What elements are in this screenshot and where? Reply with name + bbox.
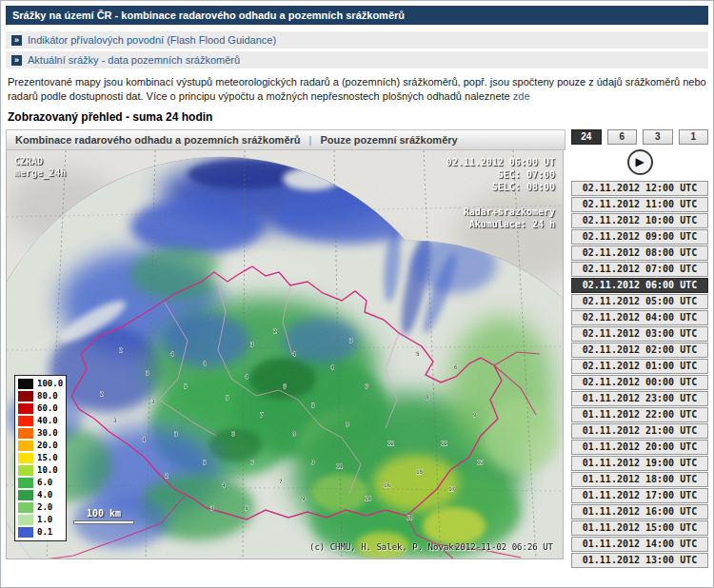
legend-row: 6.0 bbox=[18, 477, 63, 489]
map-selc-time: SELC: 08:00 bbox=[446, 181, 555, 193]
timestamp-item[interactable]: 01.11.2012 15:00 UTC bbox=[571, 520, 708, 536]
legend-row: 20.0 bbox=[18, 440, 63, 452]
legend-swatch bbox=[18, 527, 33, 538]
scale-bar-label: 100 km bbox=[73, 508, 134, 519]
legend-swatch bbox=[18, 441, 33, 451]
link-current-precipitation[interactable]: » Aktuální srážky - data pozemních srážk… bbox=[6, 51, 708, 69]
map-tabs: Kombinace radarového odhadu a pozemních … bbox=[6, 129, 565, 150]
timestamp-item[interactable]: 01.11.2012 19:00 UTC bbox=[571, 456, 708, 471]
timestamp-item[interactable]: 02.11.2012 09:00 UTC bbox=[571, 229, 708, 245]
legend-row: 100.0 bbox=[18, 378, 63, 390]
timestamp-item[interactable]: 01.11.2012 16:00 UTC bbox=[571, 504, 708, 519]
timestamp-item[interactable]: 01.11.2012 22:00 UTC bbox=[571, 407, 708, 422]
legend-row: 1.0 bbox=[18, 514, 63, 526]
interval-button-24[interactable]: 24 bbox=[571, 129, 602, 145]
timestamp-item[interactable]: 02.11.2012 00:00 UTC bbox=[571, 375, 708, 390]
legend-swatch bbox=[18, 453, 33, 463]
legend-value: 30.0 bbox=[37, 428, 58, 438]
legend-row: 15.0 bbox=[18, 452, 63, 464]
timestamp-item[interactable]: 02.11.2012 02:00 UTC bbox=[571, 343, 708, 358]
timestamp-item[interactable]: 01.11.2012 17:00 UTC bbox=[571, 488, 708, 503]
interval-button-6[interactable]: 6 bbox=[607, 129, 638, 145]
legend-row: 40.0 bbox=[18, 415, 63, 427]
interval-buttons: 24631 bbox=[571, 129, 708, 145]
legend-row: 60.0 bbox=[18, 402, 63, 415]
legend-swatch bbox=[18, 502, 33, 513]
tab-gauges-only[interactable]: Pouze pozemní srážkoměry bbox=[320, 134, 457, 146]
legend-swatch bbox=[18, 478, 33, 488]
legend-swatch bbox=[18, 428, 33, 439]
product-label: CZRAD merge_24h bbox=[14, 156, 66, 179]
map-datetime-block: 02.11.2012 06:00 UT SEC: 07:00 SELC: 08:… bbox=[446, 156, 555, 230]
link-flash-flood-guidance[interactable]: » Indikátor přívalových povodní (Flash F… bbox=[6, 31, 708, 49]
timestamp-item[interactable]: 02.11.2012 05:00 UTC bbox=[571, 294, 708, 309]
legend-swatch bbox=[18, 391, 33, 402]
legend-value: 15.0 bbox=[37, 453, 58, 462]
timestamp-item[interactable]: 01.11.2012 23:00 UTC bbox=[571, 391, 708, 406]
page: Srážky na území ČR - kombinace radarovéh… bbox=[0, 0, 714, 588]
timestamp-item[interactable]: 01.11.2012 21:00 UTC bbox=[571, 423, 708, 439]
legend-value: 40.0 bbox=[37, 416, 58, 425]
play-row: ▶ bbox=[571, 149, 708, 175]
product-mode: merge_24h bbox=[14, 167, 66, 179]
play-button[interactable]: ▶ bbox=[627, 149, 653, 175]
legend-swatch bbox=[18, 465, 33, 476]
timestamp-item[interactable]: 02.11.2012 08:00 UTC bbox=[571, 245, 708, 261]
timestamp-item[interactable]: 01.11.2012 18:00 UTC bbox=[571, 472, 708, 487]
legend-value: 0.1 bbox=[37, 527, 52, 537]
timestamp-item[interactable]: 02.11.2012 11:00 UTC bbox=[571, 197, 708, 212]
timestamp-item[interactable]: 02.11.2012 01:00 UTC bbox=[571, 359, 708, 374]
intro-text: Prezentované mapy jsou kombinací výstupů… bbox=[8, 76, 706, 102]
legend-value: 1.0 bbox=[37, 515, 52, 524]
timestamp-item[interactable]: 01.11.2012 13:00 UTC bbox=[571, 553, 708, 568]
map-copyright: (c) CHMU, H. Salek, P. Novak bbox=[309, 542, 454, 552]
legend-swatch bbox=[18, 416, 33, 426]
intro-paragraph: Prezentované mapy jsou kombinací výstupů… bbox=[8, 75, 706, 104]
legend-value: 100.0 bbox=[37, 379, 63, 388]
timestamp-item[interactable]: 02.11.2012 06:00 UTC bbox=[571, 278, 708, 293]
legend-swatch bbox=[18, 379, 33, 389]
legend-value: 80.0 bbox=[37, 391, 58, 401]
play-icon: ▶ bbox=[635, 155, 644, 168]
map-generated-time: 2012-11-02 06:26 UT bbox=[455, 542, 553, 552]
map-legend: 100.080.060.040.030.020.015.010.06.04.02… bbox=[14, 375, 67, 541]
legend-row: 2.0 bbox=[18, 501, 63, 514]
legend-swatch bbox=[18, 515, 33, 525]
timestamp-item[interactable]: 01.11.2012 20:00 UTC bbox=[571, 440, 708, 455]
legend-row: 30.0 bbox=[18, 427, 63, 440]
timestamp-item[interactable]: 02.11.2012 12:00 UTC bbox=[571, 181, 708, 196]
timestamp-item[interactable]: 02.11.2012 03:00 UTC bbox=[571, 326, 708, 342]
legend-value: 6.0 bbox=[37, 478, 52, 487]
page-title: Srážky na území ČR - kombinace radarovéh… bbox=[6, 6, 708, 25]
flash-flood-link[interactable]: Indikátor přívalových povodní (Flash Flo… bbox=[28, 34, 276, 46]
legend-swatch bbox=[18, 490, 33, 500]
legend-row: 4.0 bbox=[18, 489, 63, 501]
legend-row: 80.0 bbox=[18, 390, 63, 402]
timestamp-item[interactable]: 02.11.2012 07:00 UTC bbox=[571, 262, 708, 277]
timestamp-item[interactable]: 02.11.2012 10:00 UTC bbox=[571, 213, 708, 228]
timestamp-item[interactable]: 02.11.2012 04:00 UTC bbox=[571, 310, 708, 325]
legend-value: 10.0 bbox=[37, 465, 58, 475]
legend-row: 10.0 bbox=[18, 464, 63, 477]
overview-heading: Zobrazovaný přehled - suma 24 hodin bbox=[8, 110, 706, 124]
gauge-data-link[interactable]: Aktuální srážky - data pozemních srážkom… bbox=[28, 54, 240, 66]
legend-swatch bbox=[18, 403, 33, 414]
content-area: Kombinace radarového odhadu a pozemních … bbox=[6, 129, 708, 568]
arrow-bullet-icon: » bbox=[11, 35, 22, 46]
legend-row: 0.1 bbox=[18, 526, 63, 539]
interval-button-1[interactable]: 1 bbox=[679, 129, 709, 145]
legend-value: 20.0 bbox=[37, 441, 58, 450]
arrow-bullet-icon: » bbox=[11, 55, 22, 66]
timestamp-item[interactable]: 01.11.2012 14:00 UTC bbox=[571, 537, 708, 552]
scale-bar: 100 km bbox=[73, 508, 134, 524]
timestamp-list: 02.11.2012 12:00 UTC02.11.2012 11:00 UTC… bbox=[571, 181, 708, 568]
map-accumulation-label: Akumulace: 24 h bbox=[446, 218, 555, 230]
map-utc-time: 02.11.2012 06:00 UT bbox=[446, 156, 555, 168]
legend-value: 4.0 bbox=[37, 490, 52, 500]
interval-button-3[interactable]: 3 bbox=[643, 129, 673, 145]
legend-value: 60.0 bbox=[37, 403, 58, 413]
scale-bar-line bbox=[73, 520, 134, 524]
zde-link[interactable]: zde bbox=[513, 90, 530, 102]
tab-combined-radar-gauges[interactable]: Kombinace radarového odhadu a pozemních … bbox=[15, 134, 301, 146]
map-source-label: Radar+srazkomery bbox=[446, 206, 555, 218]
